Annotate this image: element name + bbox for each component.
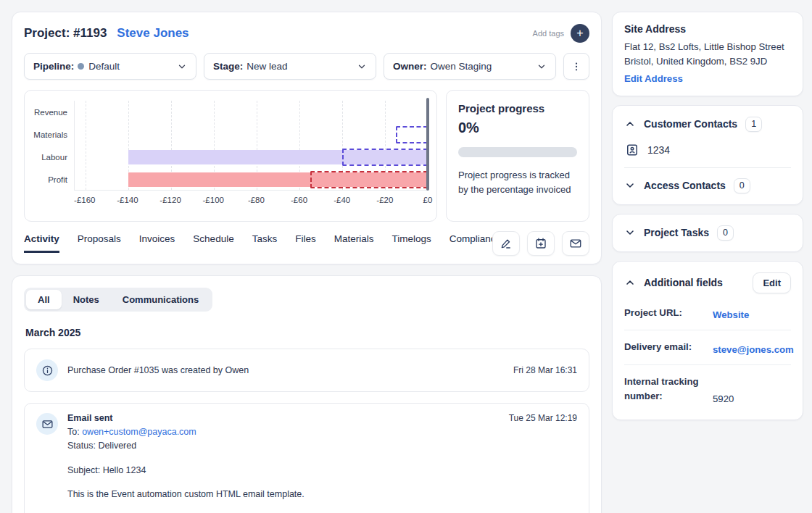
activity-item-body: Email sentTo: owen+custom@payaca.comStat… — [67, 413, 500, 513]
segment-communications[interactable]: Communications — [111, 290, 210, 309]
customer-contacts-count: 1 — [745, 117, 762, 132]
page-title: Project: #1193 — [24, 26, 107, 41]
project-progress-card: Project progress 0% Project progress is … — [446, 90, 589, 222]
stage-label: Stage: — [213, 61, 243, 72]
activity-text: To: — [67, 427, 82, 437]
quick-action-buttons — [492, 231, 589, 256]
chart-tick-label: -£60 — [291, 196, 307, 204]
additional-fields-header[interactable]: Additional fields Edit — [624, 272, 791, 293]
stage-dropdown[interactable]: Stage: New lead — [204, 53, 376, 80]
tab-tasks[interactable]: Tasks — [252, 233, 278, 253]
activity-item-line: This is the Event automation custom HTML… — [67, 488, 500, 501]
envelope-icon — [569, 237, 582, 250]
pencil-icon — [500, 237, 513, 250]
chevron-down-icon — [624, 227, 636, 238]
email-link[interactable]: owen+custom@payaca.com — [82, 427, 196, 437]
envelope-icon — [36, 413, 58, 435]
stage-value: New lead — [246, 61, 287, 72]
chart-tick-label: -£80 — [248, 196, 265, 204]
chart-x-axis-ticks: -£160-£140-£120-£100-£80-£60-£40-£20£0 — [74, 191, 428, 207]
field-label: Internal tracking number: — [624, 375, 713, 404]
financials-chart-card: RevenueMaterialsLabourProfit -£160-£140-… — [24, 90, 437, 222]
activity-text: This is the Event automation custom HTML… — [67, 489, 304, 499]
pipeline-dropdown[interactable]: Pipeline: Default — [24, 53, 196, 80]
calendar-plus-icon — [534, 237, 547, 250]
chevron-up-icon — [624, 277, 636, 288]
progress-title: Project progress — [458, 102, 577, 114]
contact-item[interactable]: 1234 — [625, 143, 791, 157]
progress-bar-track — [458, 147, 577, 157]
additional-fields-list: Project URL:WebsiteDelivery email:steve@… — [624, 296, 791, 409]
additional-field-row: Project URL:Website — [624, 296, 791, 330]
project-header: Project: #1193 Steve Jones Add tags + — [24, 22, 589, 44]
site-address-card: Site Address Flat 12, Bs2 Lofts, Little … — [612, 12, 803, 96]
main-column: Project: #1193 Steve Jones Add tags + Pi… — [12, 12, 602, 513]
chevron-down-icon — [177, 62, 187, 72]
owner-dropdown[interactable]: Owner: Owen Staging — [384, 53, 556, 80]
progress-caption: Project progress is tracked by the perce… — [458, 168, 577, 196]
customer-link[interactable]: Steve Jones — [117, 26, 188, 41]
contact-card-icon — [625, 143, 639, 157]
bar-dashed-labour — [342, 149, 428, 166]
bar-dashed-materials — [396, 126, 428, 143]
chart-category-labels: RevenueMaterialsLabourProfit — [29, 101, 74, 207]
chart-tick-label: -£20 — [376, 196, 393, 204]
progress-percent: 0% — [458, 120, 577, 136]
tab-activity[interactable]: Activity — [24, 233, 59, 253]
field-value-link[interactable]: steve@jones.com — [713, 344, 794, 355]
plus-icon: + — [576, 28, 583, 39]
edit-note-button[interactable] — [492, 231, 520, 256]
chart-category-label: Revenue — [29, 101, 74, 123]
chart-category-label: Profit — [29, 168, 74, 191]
chevron-down-icon — [624, 180, 636, 191]
more-options-button[interactable] — [563, 53, 589, 80]
divider — [624, 167, 791, 168]
activity-feed-card: AllNotesCommunications March 2025 Purcha… — [12, 275, 602, 513]
field-label: Project URL: — [624, 306, 713, 320]
chart-and-progress-row: RevenueMaterialsLabourProfit -£160-£140-… — [24, 90, 589, 222]
edit-fields-button[interactable]: Edit — [753, 272, 791, 293]
access-contacts-header[interactable]: Access Contacts 0 — [624, 178, 791, 193]
tab-invoices[interactable]: Invoices — [139, 233, 175, 253]
owner-label: Owner: — [393, 61, 427, 72]
segment-notes[interactable]: Notes — [62, 290, 111, 309]
pipeline-label: Pipeline: — [33, 61, 74, 72]
add-tags-button[interactable]: + — [571, 24, 589, 43]
send-email-button[interactable] — [562, 231, 589, 256]
site-address-line2: Bristol, United Kingdom, BS2 9JD — [624, 54, 791, 69]
tab-proposals[interactable]: Proposals — [78, 233, 121, 253]
tab-schedule[interactable]: Schedule — [193, 233, 233, 253]
chart-plot-area — [74, 101, 428, 191]
activity-text: Subject: Hello 1234 — [67, 465, 146, 475]
kebab-icon — [571, 61, 582, 72]
chart-gridline — [86, 101, 86, 190]
field-value: 5920 — [713, 393, 734, 404]
customer-contacts-header[interactable]: Customer Contacts 1 — [624, 117, 791, 132]
activity-item-line: To: owen+custom@payaca.com — [67, 425, 500, 439]
activity-timestamp: Tue 25 Mar 12:19 — [509, 413, 577, 423]
project-tasks-count: 0 — [717, 225, 734, 241]
add-event-button[interactable] — [527, 231, 555, 256]
chart-tick-label: -£40 — [334, 196, 350, 204]
pipeline-color-dot — [78, 63, 84, 70]
segment-all[interactable]: All — [26, 290, 62, 309]
project-tasks-header[interactable]: Project Tasks 0 — [624, 225, 791, 241]
field-value-link[interactable]: Website — [713, 309, 749, 320]
financials-bar-chart: RevenueMaterialsLabourProfit -£160-£140-… — [29, 101, 428, 207]
tab-timelogs[interactable]: Timelogs — [392, 233, 431, 253]
bar-dashed-profit — [310, 171, 428, 188]
edit-address-link[interactable]: Edit Address — [624, 73, 683, 84]
chevron-down-icon — [536, 62, 547, 72]
activity-text: Status: Delivered — [67, 441, 136, 451]
tab-files[interactable]: Files — [295, 233, 316, 253]
chart-category-label: Materials — [29, 123, 74, 146]
right-sidebar: Site Address Flat 12, Bs2 Lofts, Little … — [612, 12, 803, 420]
tab-materials[interactable]: Materials — [334, 233, 374, 253]
chart-category-label: Labour — [29, 146, 74, 168]
activity-filter-segments: AllNotesCommunications — [24, 288, 212, 312]
additional-field-row: Internal tracking number:5920 — [624, 365, 791, 409]
info-icon — [36, 359, 58, 381]
additional-field-row: Delivery email:steve@jones.com — [624, 330, 791, 364]
pipeline-value: Default — [88, 61, 120, 72]
activity-timestamp: Fri 28 Mar 16:31 — [513, 365, 577, 375]
